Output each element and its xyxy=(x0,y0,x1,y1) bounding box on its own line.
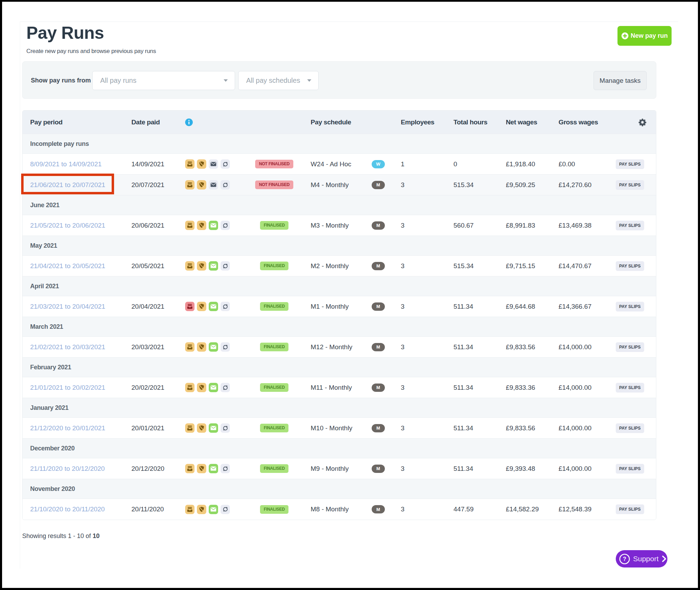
schedule-frequency-badge: M xyxy=(372,262,385,270)
pay-schedule-value: M9 - Monthly xyxy=(311,465,349,472)
net-wages-value: £9,509.25 xyxy=(506,181,535,188)
pay-schedules-select[interactable]: All pay schedules xyxy=(238,71,319,90)
page-subtitle: Create new pay runs and browse previous … xyxy=(26,48,156,55)
envelope-green-icon xyxy=(209,342,218,352)
pay-slips-button[interactable]: PAY SLIPS xyxy=(616,302,644,311)
employees-count: 3 xyxy=(401,465,405,472)
pay-schedule-value: M10 - Monthly xyxy=(311,424,352,432)
question-circle-icon: ? xyxy=(619,554,630,564)
pay-slips-button[interactable]: PAY SLIPS xyxy=(616,383,644,393)
pay-period-link[interactable]: 21/04/2021 to 20/05/2021 xyxy=(30,262,105,270)
new-pay-run-button[interactable]: New pay run xyxy=(617,26,672,46)
pay-runs-select[interactable]: All pay runs xyxy=(92,71,235,90)
refresh-gray-icon xyxy=(221,261,230,271)
gross-wages-value: £13,469.38 xyxy=(559,222,591,229)
date-paid-value: 20/02/2021 xyxy=(131,384,164,391)
net-wages-value: £9,833.36 xyxy=(506,384,535,391)
column-header-employees: Employees xyxy=(393,118,446,126)
envelope-green-icon xyxy=(209,505,218,514)
refresh-gray-icon xyxy=(221,159,230,169)
date-paid-value: 20/03/2021 xyxy=(131,343,164,351)
envelope-green-icon xyxy=(209,423,218,433)
gross-wages-value: £14,470.67 xyxy=(559,262,591,270)
info-icon[interactable] xyxy=(185,118,244,126)
date-paid-value: 20/06/2021 xyxy=(131,222,164,229)
pay-period-link[interactable]: 21/03/2021 to 20/04/2021 xyxy=(30,303,105,310)
gross-wages-value: £14,000.00 xyxy=(559,343,591,351)
net-wages-value: £9,833.56 xyxy=(506,343,535,351)
refresh-gray-icon xyxy=(221,505,230,514)
schedule-frequency-badge: M xyxy=(372,424,385,432)
gross-wages-value: £14,000.00 xyxy=(559,384,591,391)
table-header-row: Pay period Date paid Pay schedule Employ… xyxy=(23,111,656,134)
payslip-amber-icon xyxy=(185,342,195,352)
pay-slips-button[interactable]: PAY SLIPS xyxy=(616,342,644,352)
pay-run-row: 8/09/2021 to 14/09/202114/09/2021NOT FIN… xyxy=(23,154,656,175)
group-header-row: January 2021 xyxy=(23,398,656,418)
pay-schedule-value: W24 - Ad Hoc xyxy=(311,160,351,168)
net-wages-value: £9,393.48 xyxy=(506,465,535,472)
refresh-gray-icon xyxy=(221,221,230,230)
filter-bar: Show pay runs from All pay runs All pay … xyxy=(22,61,656,99)
pay-schedule-value: M2 - Monthly xyxy=(311,262,349,270)
schedule-frequency-badge: M xyxy=(372,384,385,392)
net-wages-value: £14,582.29 xyxy=(506,505,539,513)
pay-slips-button[interactable]: PAY SLIPS xyxy=(616,464,644,474)
filter-label: Show pay runs from xyxy=(31,62,91,99)
total-hours-value: 511.34 xyxy=(453,384,473,391)
column-header-pay-period: Pay period xyxy=(23,118,131,126)
pension-shield-amber-icon xyxy=(197,159,206,169)
pay-run-row: 21/04/2021 to 20/05/202120/05/2021FINALI… xyxy=(23,256,656,276)
gross-wages-value: £14,366.67 xyxy=(559,303,591,310)
pension-shield-amber-icon xyxy=(197,261,206,271)
employees-count: 3 xyxy=(401,262,405,270)
pay-runs-select-value: All pay runs xyxy=(100,77,137,85)
pay-period-link[interactable]: 21/06/2021 to 20/07/2021 xyxy=(30,181,105,188)
group-header-row: March 2021 xyxy=(23,317,656,337)
gross-wages-value: £14,000.00 xyxy=(559,465,591,472)
pay-period-link[interactable]: 21/10/2020 to 20/11/2020 xyxy=(30,505,105,513)
pay-period-link[interactable]: 21/05/2021 to 20/06/2021 xyxy=(30,222,105,229)
gross-wages-value: £12,548.39 xyxy=(559,505,591,513)
pay-period-link[interactable]: 21/01/2021 to 20/02/2021 xyxy=(30,384,105,391)
date-paid-value: 20/05/2021 xyxy=(131,262,164,270)
plus-circle-icon xyxy=(621,32,629,39)
pay-slips-button[interactable]: PAY SLIPS xyxy=(616,423,644,433)
group-header-label: January 2021 xyxy=(23,398,656,417)
gross-wages-value: £0.00 xyxy=(559,160,575,168)
pay-slips-button[interactable]: PAY SLIPS xyxy=(616,261,644,271)
net-wages-value: £1,918.40 xyxy=(506,160,535,168)
status-badge: FINALISED xyxy=(260,464,289,473)
pay-slips-button[interactable]: PAY SLIPS xyxy=(616,159,644,169)
date-paid-value: 20/07/2021 xyxy=(131,181,164,188)
date-paid-value: 14/09/2021 xyxy=(131,160,164,168)
pay-period-link[interactable]: 8/09/2021 to 14/09/2021 xyxy=(30,160,102,168)
employees-count: 3 xyxy=(401,343,405,351)
manage-tasks-button[interactable]: Manage tasks xyxy=(594,71,647,90)
net-wages-value: £9,715.15 xyxy=(506,262,535,270)
status-badge: FINALISED xyxy=(260,262,289,270)
group-header-row: December 2020 xyxy=(23,439,656,458)
pay-slips-button[interactable]: PAY SLIPS xyxy=(616,221,644,230)
group-header-row: April 2021 xyxy=(23,276,656,296)
gear-icon[interactable] xyxy=(604,118,656,126)
pay-run-row: 21/10/2020 to 20/11/202020/11/2020FINALI… xyxy=(23,499,656,520)
total-hours-value: 515.34 xyxy=(453,181,474,188)
pay-slips-button[interactable]: PAY SLIPS xyxy=(616,180,644,190)
chevron-down-icon xyxy=(307,79,311,82)
group-header-label: February 2021 xyxy=(23,358,656,377)
pay-schedules-select-value: All pay schedules xyxy=(246,77,300,85)
refresh-gray-icon xyxy=(221,464,230,473)
support-button[interactable]: ? Support xyxy=(616,550,667,567)
pay-period-link[interactable]: 21/12/2020 to 20/01/2021 xyxy=(30,424,105,432)
schedule-frequency-badge: M xyxy=(372,302,385,311)
total-hours-value: 515.34 xyxy=(453,262,474,270)
net-wages-value: £8,991.83 xyxy=(506,222,535,229)
pay-period-link[interactable]: 21/11/2020 to 20/12/2020 xyxy=(30,465,105,472)
date-paid-value: 20/01/2021 xyxy=(131,424,164,432)
pay-slips-button[interactable]: PAY SLIPS xyxy=(616,504,644,514)
refresh-gray-icon xyxy=(221,423,230,433)
pay-runs-table: Pay period Date paid Pay schedule Employ… xyxy=(22,110,656,520)
pay-period-link[interactable]: 21/02/2021 to 20/03/2021 xyxy=(30,343,105,351)
pay-run-row: 21/03/2021 to 20/04/202120/04/2021FINALI… xyxy=(23,296,656,317)
